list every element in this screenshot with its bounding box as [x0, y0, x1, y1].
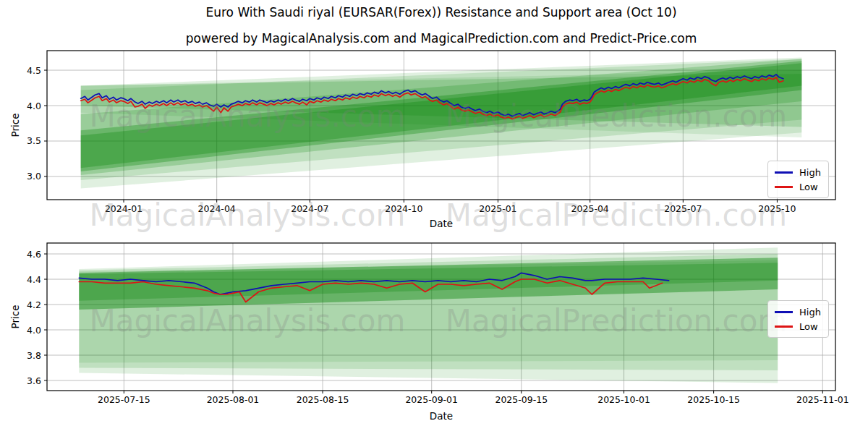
legend-item-high: High [775, 165, 821, 179]
legend-label-low: Low [799, 321, 818, 332]
x-tick-label: 2025-09-15 [495, 394, 548, 405]
price-chart-top: 2024-012024-042024-072024-102025-012025-… [47, 51, 835, 200]
y-axis-label-bottom: Price [9, 305, 21, 329]
y-tick-label: 4.0 [27, 101, 41, 111]
x-tick-label: 2025-08-01 [207, 394, 260, 405]
low-line-swatch [775, 326, 793, 328]
x-tick-label: 2025-04 [571, 203, 609, 214]
legend-label-high: High [799, 167, 821, 178]
figure-title: Euro With Saudi riyal (EURSAR(Forex)) Re… [14, 5, 868, 20]
x-tick-label: 2025-11-01 [796, 394, 849, 405]
x-tick-label: 2025-07 [664, 203, 702, 214]
legend-label-low: Low [799, 182, 818, 192]
x-tick-label: 2025-07-15 [98, 394, 150, 405]
high-line-swatch [775, 311, 793, 313]
y-tick-label: 3.8 [27, 350, 41, 361]
y-tick-label: 3.5 [27, 135, 41, 146]
figure: Euro With Saudi riyal (EURSAR(Forex)) Re… [0, 0, 868, 434]
chart-canvas: 2024-012024-042024-072024-102025-012025-… [47, 51, 835, 200]
low-line-swatch [775, 186, 793, 188]
y-tick-label: 4.4 [27, 274, 41, 285]
y-tick-label: 4.0 [27, 325, 41, 336]
legend-item-low: Low [775, 179, 821, 194]
y-tick-label: 4.6 [27, 249, 41, 260]
y-tick-label: 4.2 [27, 299, 41, 310]
x-tick-label: 2025-10-15 [687, 394, 740, 405]
legend-bottom: High Low [767, 300, 829, 338]
x-tick-label: 2025-01 [479, 203, 516, 214]
x-tick-label: 2024-01 [105, 203, 142, 214]
x-tick-label: 2024-04 [198, 203, 236, 214]
legend-item-low: Low [775, 319, 821, 333]
legend-label-high: High [799, 307, 821, 318]
chart-canvas: 2025-07-152025-08-012025-08-152025-09-01… [47, 243, 835, 391]
legend-top: High Low [767, 161, 829, 198]
x-tick-label: 2025-09-01 [405, 394, 458, 405]
x-axis-label-bottom: Date [47, 410, 835, 422]
high-line-swatch [775, 171, 793, 174]
price-chart-bottom: 2025-07-152025-08-012025-08-152025-09-01… [47, 243, 835, 391]
x-tick-label: 2025-10-01 [597, 394, 650, 405]
legend-item-high: High [775, 305, 821, 319]
y-tick-label: 4.5 [27, 65, 41, 76]
y-tick-label: 3.6 [27, 375, 41, 386]
y-tick-label: 3.0 [27, 171, 41, 182]
figure-subtitle: powered by MagicalAnalysis.com and Magic… [14, 31, 868, 46]
x-tick-label: 2025-10 [758, 203, 796, 214]
x-axis-label-top: Date [47, 218, 835, 229]
x-tick-label: 2024-07 [291, 203, 328, 214]
y-axis-label-top: Price [9, 114, 21, 137]
x-tick-label: 2024-10 [385, 203, 422, 214]
x-tick-label: 2025-08-15 [297, 394, 349, 405]
